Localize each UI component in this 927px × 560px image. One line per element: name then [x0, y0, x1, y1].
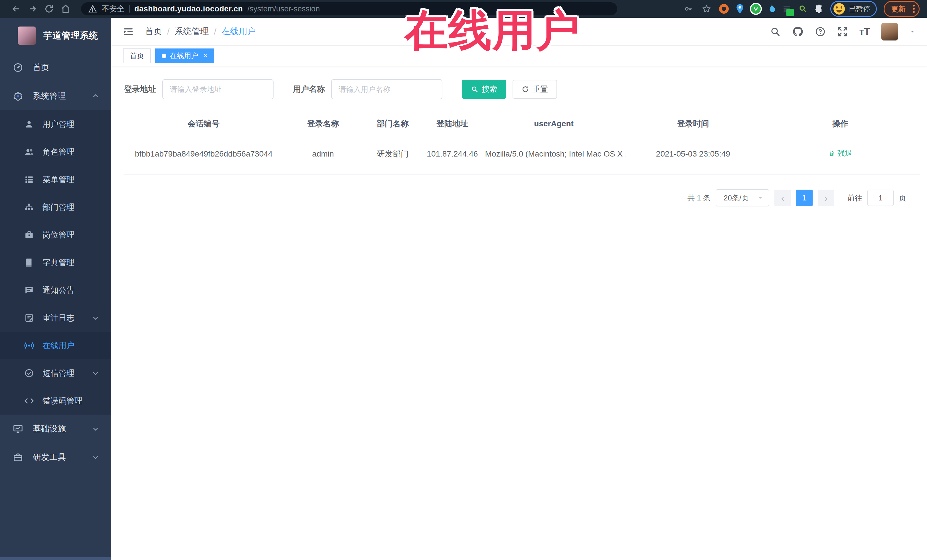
breadcrumb-home[interactable]: 首页 [145, 26, 162, 37]
tags-view-bar: 首页 在线用户 × [111, 46, 927, 66]
sidebar-item-online-users[interactable]: 在线用户 [0, 332, 111, 359]
update-button[interactable]: 更新 [889, 3, 909, 15]
sidebar-item-user-management[interactable]: 用户管理 [0, 110, 111, 138]
sidebar-item-notice[interactable]: 通知公告 [0, 276, 111, 304]
sn-extension-icon[interactable] [783, 4, 792, 14]
goto-page-input[interactable] [868, 190, 894, 206]
location-pin-extension-icon[interactable] [736, 4, 744, 14]
avatar[interactable] [881, 23, 898, 41]
browser-menu-icon[interactable] [913, 5, 915, 13]
sidebar-item-label: 研发工具 [33, 452, 66, 463]
font-size-icon[interactable]: ᴛT [859, 26, 870, 37]
online-user-icon [24, 341, 34, 351]
col-actions: 操作 [761, 117, 920, 130]
reload-icon[interactable] [43, 3, 55, 15]
fullscreen-icon[interactable] [837, 26, 848, 37]
monitor-icon [13, 424, 23, 434]
profile-paused-badge[interactable]: 已暂停 [830, 1, 877, 17]
sidebar-item-infrastructure[interactable]: 基础设施 [0, 414, 111, 443]
puzzle-extension-icon[interactable] [815, 4, 824, 14]
sidebar-item-errcode-management[interactable]: 错误码管理 [0, 387, 111, 414]
sidebar-item-audit-log[interactable]: 审计日志 [0, 304, 111, 332]
page-content: 登录地址 用户名称 搜索 重置 会话编号 登录名称 部门名称 登陆地址 user… [111, 66, 927, 206]
sidebar-item-system[interactable]: 系统管理 [0, 82, 111, 110]
url-bar[interactable]: 不安全 dashboard.yudao.iocoder.cn/system/us… [81, 2, 617, 15]
sidebar-item-label: 菜单管理 [43, 174, 74, 185]
next-page-button[interactable]: › [818, 190, 834, 206]
browser-update-control[interactable]: 更新 [884, 1, 919, 17]
cell-user-agent: Mozilla/5.0 (Macintosh; Intel Mac OS X 1… [482, 148, 626, 161]
force-logout-button[interactable]: 强退 [828, 147, 852, 159]
magnifier-extension-icon[interactable] [798, 4, 807, 14]
sidebar-item-dept-management[interactable]: 部门管理 [0, 193, 111, 221]
orange-circle-extension-icon[interactable] [719, 4, 729, 14]
col-dept: 部门名称 [363, 117, 422, 130]
close-icon[interactable]: × [204, 51, 208, 60]
url-path[interactable]: /system/user-session [248, 5, 320, 14]
sidebar-item-role-management[interactable]: 角色管理 [0, 138, 111, 165]
gear-icon [13, 91, 23, 101]
list-icon [24, 175, 34, 185]
sidebar-item-label: 角色管理 [43, 147, 74, 157]
pagination-total: 共 1 条 [687, 193, 711, 203]
collapse-sidebar-icon[interactable] [123, 26, 134, 37]
search-button[interactable]: 搜索 [462, 80, 506, 99]
table-header-row: 会话编号 登录名称 部门名称 登陆地址 userAgent 登录时间 操作 [124, 114, 920, 134]
code-icon [24, 396, 34, 406]
sidebar-item-label: 部门管理 [43, 202, 74, 213]
app-logo [18, 27, 36, 45]
tab-online-users[interactable]: 在线用户 × [155, 49, 214, 63]
breadcrumb: 首页 / 系统管理 / 在线用户 [145, 26, 256, 37]
url-divider [129, 5, 130, 12]
avatar-caret-icon[interactable] [909, 29, 916, 35]
sidebar-item-menu-management[interactable]: 菜单管理 [0, 165, 111, 193]
users-icon [24, 147, 34, 157]
sidebar-item-home[interactable]: 首页 [0, 53, 111, 82]
current-page-button[interactable]: 1 [796, 190, 813, 206]
url-host[interactable]: dashboard.yudao.iocoder.cn [134, 5, 243, 14]
trash-icon [828, 150, 835, 157]
refresh-icon [522, 85, 529, 93]
user-icon [24, 120, 34, 129]
back-icon[interactable] [10, 3, 22, 15]
breadcrumb-system[interactable]: 系统管理 [175, 26, 209, 37]
sidebar-item-post-management[interactable]: 岗位管理 [0, 221, 111, 249]
breadcrumb-current[interactable]: 在线用户 [222, 26, 256, 37]
home-icon[interactable] [60, 3, 71, 15]
goto-label: 前往 [847, 193, 862, 203]
sidebar-item-dict-management[interactable]: 字典管理 [0, 249, 111, 276]
select-caret-icon [757, 195, 764, 201]
search-button-icon [471, 85, 478, 93]
login-address-input[interactable] [162, 79, 274, 99]
key-icon[interactable] [682, 3, 694, 15]
sidebar-item-label: 用户管理 [43, 119, 74, 130]
bookmark-star-icon[interactable] [701, 3, 712, 15]
sidebar-item-dev-tools[interactable]: 研发工具 [0, 443, 111, 472]
reset-button[interactable]: 重置 [512, 80, 557, 99]
col-ip: 登陆地址 [422, 117, 482, 130]
sidebar-item-sms-management[interactable]: 短信管理 [0, 359, 111, 387]
not-secure-label[interactable]: 不安全 [102, 4, 125, 14]
sidebar-item-label: 基础设施 [33, 423, 66, 434]
tab-home[interactable]: 首页 [123, 49, 150, 63]
active-dot-icon [162, 54, 166, 58]
green-v-extension-icon[interactable] [751, 4, 761, 14]
app-logo-row[interactable]: 芋道管理系统 [0, 18, 111, 53]
app-title: 芋道管理系统 [43, 30, 98, 42]
help-icon[interactable] [815, 26, 826, 37]
col-login-time: 登录时间 [626, 117, 761, 130]
forward-icon[interactable] [27, 3, 38, 15]
sidebar-bottom-strip [0, 557, 111, 560]
col-session-id: 会话编号 [124, 117, 283, 130]
flame-extension-icon[interactable] [767, 4, 775, 14]
sidebar-item-label: 在线用户 [43, 340, 74, 351]
page-size-select[interactable]: 20条/页 [716, 189, 769, 206]
search-icon[interactable] [770, 26, 781, 37]
github-icon[interactable] [792, 26, 804, 37]
prev-page-button[interactable]: ‹ [774, 190, 791, 206]
sidebar-item-label: 错误码管理 [43, 396, 82, 406]
profile-emoji-icon [833, 3, 845, 15]
dashboard-icon [13, 62, 23, 73]
username-input[interactable] [331, 79, 442, 99]
main-area: 首页 / 系统管理 / 在线用户 ᴛT [111, 18, 927, 560]
